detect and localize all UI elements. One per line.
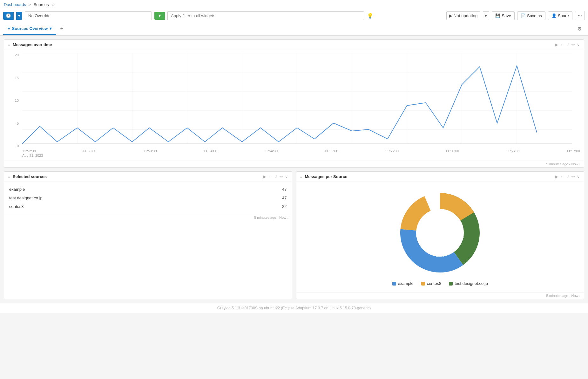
chart-svg-area [22, 53, 580, 148]
widget-actions-messages-over-time: ▶ ↔ ⤢ ✏ ∨ [555, 42, 580, 47]
collapse-action-icon[interactable]: ∨ [285, 174, 288, 179]
share-label: Share [558, 13, 569, 18]
x-label-7: 11:56:00 [445, 149, 459, 153]
resize-action-icon[interactable]: ↔ [560, 42, 564, 47]
chart-date-label: Aug 21, 2023 [22, 154, 580, 157]
table-row: centos822 [8, 202, 288, 211]
breadcrumb-bar: Dashboards > Sources ☆ [0, 0, 588, 9]
breadcrumb-current: Sources [34, 2, 49, 7]
play-action-icon[interactable]: ▶ [555, 174, 558, 179]
widget-header-messages-per-source: ≡ Messages per Source ▶ ↔ ⤢ ✏ ∨ [296, 172, 584, 182]
filter-input[interactable] [167, 11, 364, 20]
breadcrumb-dashboards[interactable]: Dashboards [4, 2, 26, 7]
resize-action-icon[interactable]: ↔ [268, 174, 272, 179]
x-label-3: 11:54:00 [204, 149, 217, 153]
widget-footer-selected-sources: 5 minutes ago - Now↓ [4, 214, 292, 221]
play-action-icon[interactable]: ▶ [555, 42, 558, 47]
x-label-4: 11:54:30 [264, 149, 278, 153]
share-button[interactable]: 👤 Share [548, 11, 572, 20]
play-icon: ▶ [449, 13, 452, 18]
line-chart-svg [22, 53, 572, 148]
not-updating-button[interactable]: ▶ Not updating [446, 11, 481, 20]
y-label-5: 5 [17, 121, 19, 125]
widget-title-messages-per-source: Messages per Source [305, 174, 555, 179]
more-button[interactable]: ··· [575, 11, 585, 20]
widget-footer-messages-per-source: 5 minutes ago - Now↓ [296, 292, 584, 299]
line-chart-container: 20 15 10 5 0 [8, 53, 580, 157]
source-count: 47 [241, 185, 288, 194]
breadcrumb-separator: > [29, 2, 31, 7]
y-axis: 20 15 10 5 0 [8, 53, 21, 148]
collapse-action-icon[interactable]: ∨ [577, 174, 580, 179]
drag-handle-icon: ≡ [8, 26, 10, 31]
save-as-button[interactable]: 📄 Save as [517, 11, 545, 20]
table-row: test.designet.co.jp47 [8, 194, 288, 202]
not-updating-label: Not updating [454, 13, 478, 18]
save-as-icon: 📄 [521, 13, 526, 18]
widget-footer-messages-over-time: 5 minutes ago - Now↓ [4, 161, 584, 167]
line-chart-polyline [22, 66, 537, 144]
legend-dot-example [392, 282, 396, 286]
x-label-6: 11:55:30 [385, 149, 399, 153]
widget-body-selected-sources: example47test.designet.co.jp47centos822 [4, 182, 292, 214]
legend-dot-test-designet [449, 282, 453, 286]
x-label-0: 11:52:30 [22, 149, 36, 153]
main-toolbar: 🕐 ▾ ▼ 💡 ▶ Not updating ▾ 💾 Save 📄 Save a… [0, 9, 588, 22]
edit-action-icon[interactable]: ✏ [571, 174, 575, 179]
tab-dropdown-icon[interactable]: ▾ [50, 26, 52, 31]
tab-sources-overview[interactable]: ≡ Sources Overview ▾ [3, 23, 56, 35]
widget-body-messages-per-source: 40.5% 40.5% 19% example centos8 [296, 182, 584, 292]
resize-action-icon[interactable]: ↔ [560, 174, 564, 179]
clock-icon: 🕐 [6, 13, 11, 18]
save-icon: 💾 [495, 13, 500, 18]
donut-chart-svg: 40.5% 40.5% 19% [395, 188, 484, 277]
save-as-label: Save as [527, 13, 542, 18]
collapse-action-icon[interactable]: ∨ [577, 42, 580, 47]
edit-action-icon[interactable]: ✏ [571, 42, 575, 47]
x-label-8: 11:56:30 [506, 149, 520, 153]
time-dropdown-button[interactable]: ▾ [16, 12, 22, 20]
widget-title-selected-sources: Selected sources [13, 174, 263, 179]
legend-dot-centos8 [421, 282, 425, 286]
x-axis-labels: 11:52:30 11:53:00 11:53:30 11:54:00 11:5… [22, 149, 580, 153]
widget-messages-over-time: ≡ Messages over time ▶ ↔ ⤢ ✏ ∨ 20 15 10 … [4, 39, 584, 168]
not-updating-dropdown[interactable]: ▾ [483, 11, 489, 20]
y-label-0: 0 [17, 144, 19, 148]
legend-label-example: example [398, 281, 414, 286]
donut-legend: example centos8 test.designet.co.jp [392, 281, 488, 286]
source-name: centos8 [8, 202, 241, 211]
widget-messages-per-source: ≡ Messages per Source ▶ ↔ ⤢ ✏ ∨ [296, 171, 585, 299]
time-override-input[interactable] [25, 11, 152, 20]
source-count: 47 [241, 194, 288, 202]
source-name: example [8, 185, 241, 194]
widget-title-messages-over-time: Messages over time [13, 42, 555, 47]
save-button[interactable]: 💾 Save [492, 11, 515, 20]
svg-text:40.5%: 40.5% [453, 234, 464, 238]
fullscreen-action-icon[interactable]: ⤢ [566, 42, 570, 47]
x-label-9: 11:57:00 [566, 149, 580, 153]
tab-bar: ≡ Sources Overview ▾ + ⚙ [0, 22, 588, 36]
add-tab-button[interactable]: + [56, 22, 67, 35]
y-label-15: 15 [15, 76, 19, 80]
hint-icon[interactable]: 💡 [367, 13, 373, 19]
x-label-1: 11:53:00 [83, 149, 96, 153]
drag-handle-icon: ≡ [300, 175, 302, 179]
time-button[interactable]: 🕐 [3, 12, 14, 20]
widget-actions-messages-per-source: ▶ ↔ ⤢ ✏ ∨ [555, 174, 580, 179]
toolbar-right: ▶ Not updating ▾ 💾 Save 📄 Save as 👤 Shar… [446, 11, 585, 20]
widget-body-messages-over-time: 20 15 10 5 0 [4, 50, 584, 161]
widget-header-messages-over-time: ≡ Messages over time ▶ ↔ ⤢ ✏ ∨ [4, 40, 584, 50]
play-action-icon[interactable]: ▶ [263, 174, 266, 179]
legend-label-test-designet: test.designet.co.jp [455, 281, 488, 286]
fullscreen-action-icon[interactable]: ⤢ [566, 174, 570, 179]
y-label-10: 10 [15, 99, 19, 102]
widget-actions-selected-sources: ▶ ↔ ⤢ ✏ ∨ [263, 174, 288, 179]
edit-action-icon[interactable]: ✏ [280, 174, 283, 179]
fullscreen-action-icon[interactable]: ⤢ [274, 174, 278, 179]
bottom-row: ≡ Selected sources ▶ ↔ ⤢ ✏ ∨ example47te… [4, 171, 584, 299]
filter-button[interactable]: ▼ [154, 12, 165, 20]
table-row: example47 [8, 185, 288, 194]
save-label: Save [502, 13, 511, 18]
tab-settings-button[interactable]: ⚙ [574, 23, 585, 35]
star-icon[interactable]: ☆ [51, 2, 55, 7]
